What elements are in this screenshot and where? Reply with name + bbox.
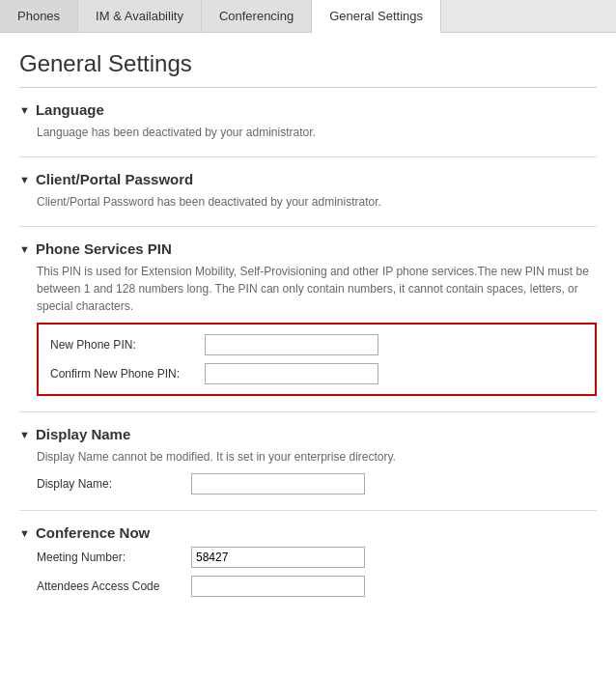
page-title: General Settings	[19, 50, 597, 88]
tab-conferencing[interactable]: Conferencing	[202, 0, 312, 32]
section-display-name-desc: Display Name cannot be modified. It is s…	[37, 448, 597, 466]
tab-bar: Phones IM & Availability Conferencing Ge…	[0, 0, 616, 33]
attendees-access-code-label: Attendees Access Code	[37, 579, 191, 593]
chevron-down-icon: ▼	[19, 104, 30, 116]
section-client-portal-desc: Client/Portal Password has been deactiva…	[37, 193, 597, 211]
attendees-access-code-input[interactable]	[191, 576, 365, 597]
display-name-row: Display Name:	[37, 473, 597, 494]
chevron-down-icon: ▼	[19, 243, 30, 255]
new-pin-row: New Phone PIN:	[50, 334, 583, 355]
confirm-phone-pin-input[interactable]	[205, 363, 378, 384]
section-conference-now: ▼ Conference Now Meeting Number: Attende…	[19, 524, 597, 597]
new-phone-pin-label: New Phone PIN:	[50, 338, 205, 352]
section-language-title: Language	[36, 101, 104, 118]
pin-form-box: New Phone PIN: Confirm New Phone PIN:	[37, 323, 597, 396]
meeting-number-label: Meeting Number:	[37, 551, 191, 564]
chevron-down-icon: ▼	[19, 174, 30, 185]
attendees-access-code-row: Attendees Access Code	[37, 576, 597, 597]
section-client-portal-header: ▼ Client/Portal Password	[19, 171, 597, 187]
section-language-desc: Language has been deactivated by your ad…	[37, 124, 597, 141]
section-client-portal-password: ▼ Client/Portal Password Client/Portal P…	[19, 171, 597, 211]
main-content: General Settings ▼ Language Language has…	[0, 33, 616, 632]
section-language-header: ▼ Language	[19, 101, 597, 118]
section-phone-services-pin: ▼ Phone Services PIN This PIN is used fo…	[19, 240, 597, 396]
tab-im-availability[interactable]: IM & Availability	[78, 0, 202, 32]
section-pin-header: ▼ Phone Services PIN	[19, 240, 597, 257]
section-client-portal-title: Client/Portal Password	[36, 171, 193, 187]
meeting-number-row: Meeting Number:	[37, 547, 597, 568]
section-display-name-title: Display Name	[36, 426, 130, 442]
display-name-input[interactable]	[191, 473, 365, 494]
meeting-number-input[interactable]	[191, 547, 365, 568]
section-conference-now-header: ▼ Conference Now	[19, 524, 597, 541]
section-language: ▼ Language Language has been deactivated…	[19, 101, 597, 141]
section-display-name-header: ▼ Display Name	[19, 426, 597, 442]
tab-general-settings[interactable]: General Settings	[312, 0, 441, 33]
chevron-down-icon: ▼	[19, 527, 30, 539]
new-phone-pin-input[interactable]	[205, 334, 378, 355]
section-display-name: ▼ Display Name Display Name cannot be mo…	[19, 426, 597, 494]
section-conference-now-title: Conference Now	[36, 524, 150, 541]
section-pin-title: Phone Services PIN	[36, 240, 172, 257]
chevron-down-icon: ▼	[19, 429, 30, 440]
tab-phones[interactable]: Phones	[0, 0, 78, 32]
display-name-label: Display Name:	[37, 477, 191, 491]
section-pin-desc: This PIN is used for Extension Mobility,…	[37, 263, 597, 315]
confirm-phone-pin-label: Confirm New Phone PIN:	[50, 367, 205, 381]
confirm-pin-row: Confirm New Phone PIN:	[50, 363, 583, 384]
